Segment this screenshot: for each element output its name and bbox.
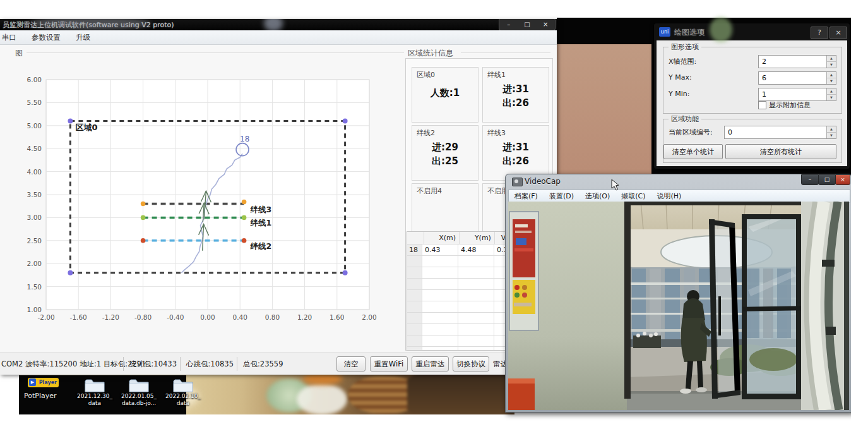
radar-menu-item-0[interactable]: 串口 — [0, 33, 24, 42]
videocap-title: VideoCap — [525, 177, 561, 186]
radar-menu-item-1[interactable]: 参数设置 — [24, 33, 68, 42]
videocap-menu-item-2[interactable]: 选项(O) — [580, 191, 615, 201]
dialog-spin-value: 1 — [762, 90, 766, 99]
dialog-field-label-0: X轴范围: — [669, 57, 696, 66]
clear-single-stat-button[interactable]: 清空单个统计 — [663, 144, 723, 159]
table-header-cell: Y(m) — [460, 232, 495, 244]
videocap-maximize-button[interactable]: □ — [818, 174, 836, 185]
table-cell — [422, 335, 458, 346]
dialog-spinbox-2[interactable]: 1▲▼ — [758, 88, 836, 101]
table-cell — [422, 279, 458, 289]
stats-group-line — [461, 52, 550, 53]
table-cell — [422, 347, 458, 351]
table-cell — [407, 313, 422, 323]
region-functions-legend: 区域功能 — [669, 114, 701, 124]
tripline-start-dot — [141, 238, 146, 243]
videocap-app-icon — [512, 178, 523, 186]
y-tick-label: 2.00 — [27, 260, 42, 267]
stat-group-values: 进:29出:25 — [412, 141, 478, 169]
x-tick-label: -1.20 — [102, 313, 119, 321]
statusbar-button-3[interactable]: 切换协议 — [453, 356, 489, 372]
current-region-value: 0 — [728, 128, 732, 136]
stat-group-values: 进:31出:26 — [483, 83, 549, 111]
videocap-menu-item-0[interactable]: 档案(F) — [509, 191, 544, 201]
spinner-arrows-icon[interactable]: ▲▼ — [826, 88, 836, 100]
statusbar-divider — [237, 357, 237, 371]
x-tick-label: 0.40 — [233, 313, 247, 321]
dialog-spinbox-0[interactable]: 2▲▼ — [758, 55, 836, 68]
spinner-arrows-icon[interactable]: ▲▼ — [826, 56, 836, 68]
clear-all-stats-button[interactable]: 清空所有统计 — [725, 144, 836, 159]
videocap-minimize-button[interactable]: – — [801, 174, 819, 185]
x-tick-label: -0.40 — [167, 313, 184, 321]
dialog-help-button[interactable]: ? — [811, 27, 828, 39]
table-cell — [458, 290, 494, 301]
radar-menu-item-2[interactable]: 升级 — [68, 33, 98, 42]
table-cell — [407, 324, 422, 335]
screenshot-canvas: { "desktop": { "potplayer": {"badge": "P… — [0, 0, 868, 429]
potplayer-label: PotPlayer — [24, 392, 57, 400]
table-cell — [422, 301, 458, 312]
videocap-close-button[interactable]: × — [835, 174, 850, 185]
videocap-menu-item-3[interactable]: 撷取(C) — [615, 191, 651, 201]
y-tick-label: 5.50 — [27, 99, 42, 106]
table-cell — [422, 290, 458, 301]
y-tick-label: 3.00 — [27, 214, 42, 221]
stat-group-label: 绊线2 — [417, 128, 435, 138]
tripline-label: 绊线2 — [250, 241, 272, 251]
videocap-menu-item-1[interactable]: 装置(D) — [544, 191, 580, 201]
table-cell — [407, 267, 422, 278]
stat-group-0: 区域0人数:1 — [412, 67, 479, 123]
desktop-folder-1[interactable]: 2022.01.05_data.db-jo... — [119, 377, 159, 407]
target-id-label: 18 — [240, 135, 249, 143]
videocap-menubar: 档案(F)装置(D)选项(O)撷取(C)说明(H) — [508, 190, 850, 203]
potplayer-icon[interactable]: Player — [28, 378, 59, 387]
plot-options-dialog: uni 绘图选项 ? × 图形选项 X轴范围:2▲▼Y Max:6▲▼Y Min… — [653, 23, 850, 169]
statusbar-button-2[interactable]: 重启雷达 — [412, 356, 449, 372]
privacy-blur-blob — [710, 17, 732, 42]
table-cell: 0.43 — [422, 245, 458, 255]
maximize-button[interactable]: □ — [520, 21, 535, 28]
wallpaper-dark-area — [407, 375, 514, 414]
current-region-spinbox[interactable]: 0 ▲▼ — [724, 126, 836, 139]
videocap-menu-item-4[interactable]: 说明(H) — [651, 191, 687, 201]
stat-group-label: 不启用4 — [417, 186, 442, 196]
statusbar-button-0[interactable]: 清空 — [336, 356, 366, 372]
minimize-button[interactable]: – — [501, 21, 516, 28]
table-cell — [407, 279, 422, 289]
table-cell — [407, 256, 422, 267]
table-cell — [458, 335, 494, 346]
region-label: 区域0 — [75, 123, 97, 132]
stat-group-label: 绊线1 — [487, 70, 506, 80]
radar-app-window: 员监测雷达上位机调试软件(software using V2 proto) – … — [0, 19, 557, 375]
folder-label-line2: data — [74, 400, 115, 407]
current-region-label: 当前区域编号: — [669, 128, 713, 137]
folder-icon — [172, 377, 194, 393]
dialog-spinbox-1[interactable]: 6▲▼ — [758, 71, 836, 85]
dialog-close-button[interactable]: × — [829, 27, 847, 39]
folder-label-line1: 2022.02.10_ — [163, 393, 203, 400]
tripline-start-dot — [141, 202, 146, 207]
x-tick-label: -2.00 — [37, 313, 54, 321]
y-tick-label: 6.00 — [27, 76, 42, 83]
desktop-folder-0[interactable]: 2021.12.30_data — [74, 377, 115, 407]
stat-value-line: 进:31 — [483, 141, 549, 155]
y-tick-label: 1.50 — [27, 283, 42, 291]
stat-value-line: 出:26 — [483, 155, 549, 169]
table-cell — [458, 347, 494, 351]
folder-label-line1: 2021.12.30_ — [74, 393, 115, 400]
radar-plot[interactable]: -2.00-1.60-1.20-0.80-0.400.000.400.801.2… — [18, 61, 407, 346]
desktop-folder-2[interactable]: 2022.02.10_data — [163, 377, 203, 407]
stats-title: 区域统计信息 — [408, 48, 453, 59]
close-button[interactable]: × — [538, 21, 553, 28]
folder-icon — [128, 377, 150, 393]
radar-titlebar[interactable]: 员监测雷达上位机调试软件(software using V2 proto) – … — [0, 19, 557, 30]
spinner-arrows-icon[interactable]: ▲▼ — [826, 72, 836, 84]
statusbar-button-1[interactable]: 重置WiFi — [370, 356, 408, 372]
spinner-arrows-icon[interactable]: ▲▼ — [826, 126, 836, 138]
region-functions-group: 区域功能 当前区域编号: 0 ▲▼ 清空单个统计 清空所有统计 — [663, 119, 842, 163]
table-cell: 4.48 — [458, 245, 494, 255]
fire-extinguisher-cabinet — [509, 212, 538, 330]
show-extra-info-checkbox[interactable] — [758, 101, 766, 109]
table-cell: 18 — [407, 245, 422, 255]
